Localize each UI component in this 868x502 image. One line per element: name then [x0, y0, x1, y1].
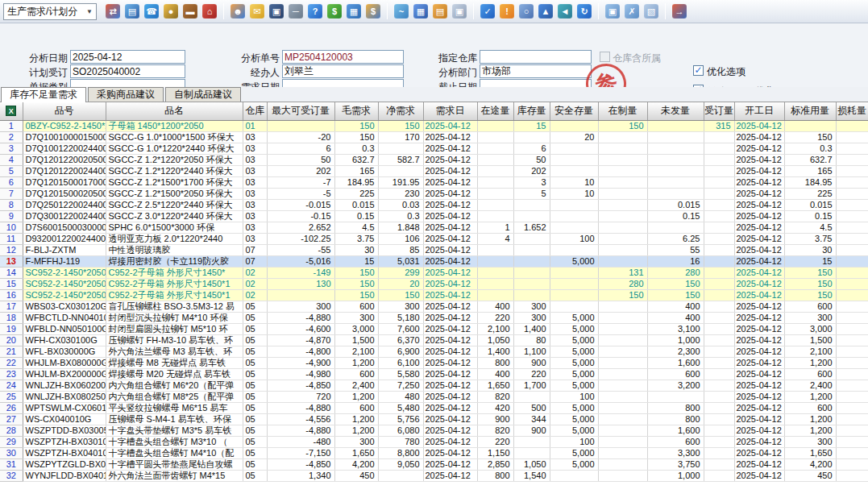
table-row[interactable]: 4D7Q1201220020500GSGCC-Z 1.2*1220*2050 环… [0, 154, 868, 165]
col-header-std-usage[interactable]: 标准用量 [784, 102, 836, 120]
monitor-select-icon[interactable]: ◄ [558, 4, 572, 19]
grid-corner-cell[interactable]: X [0, 102, 23, 120]
table-row[interactable]: 12F-BLJ-ZXTM中性透明玻璃胶07-5530852025-04-1255… [0, 244, 868, 255]
excel-export-icon[interactable]: X [6, 106, 16, 116]
table-row[interactable]: 23WHJLM-BX200000G焊接螺母 M20 无碰焊点 易车铁05-4,9… [0, 368, 868, 380]
ok-icon[interactable]: ✓ [480, 4, 495, 19]
col-header-pn[interactable]: 品号 [23, 102, 106, 120]
table-row[interactable]: 9D7Q3001220024400GSGCC-Z 3.0*1220*2440 环… [0, 210, 868, 222]
computer-icon[interactable]: ▤ [125, 4, 139, 19]
workflow-icon[interactable]: ⇄ [106, 4, 120, 19]
cart-icon[interactable]: ▦ [347, 4, 361, 19]
col-header-net-demand[interactable]: 净需求 [378, 102, 423, 120]
table-row[interactable]: 5D7Q1201220024400GSGCC-Z 1.2*1220*2440 环… [0, 165, 868, 176]
col-header-loss[interactable]: 损耗量 [836, 102, 868, 120]
drawer-icon[interactable]: ▤ [433, 4, 447, 19]
table-row[interactable]: 27WS-CX040010G压铆螺母 S-M4-1 易车铁、环保05-4,556… [0, 413, 868, 425]
col-header-demand-date[interactable]: 需求日 [423, 102, 477, 120]
cell-in-transit: 1,050 [477, 334, 513, 346]
table-row[interactable]: 14SC952-2-1450*2050-C952-2子母箱 外形尺寸1450*0… [0, 267, 868, 278]
alert-bell-icon[interactable]: ! [500, 4, 514, 19]
table-row[interactable]: 28WSZPTDD-BX030050G十字盘头带垫螺钉 M3*5 易车铁05-4… [0, 425, 868, 436]
table-row[interactable]: 31WSZPYTZGLD-BX04015(十字槽平圆头带垫燕尾钻自攻螺05-4,… [0, 458, 868, 470]
cell-stock: 1,700 [513, 380, 550, 391]
table-row[interactable]: 17WBS03-CX030120G盲孔压铆螺柱 BSO-3.5M3-12 易05… [0, 301, 868, 312]
col-header-name[interactable]: 品名 [106, 102, 243, 120]
cell-name: 平头竖纹拉铆螺母 M6*15 易车 [106, 402, 243, 413]
analysis-dept-field[interactable] [480, 64, 592, 78]
archive-icon[interactable]: ▣ [269, 4, 284, 19]
operator-field[interactable] [282, 64, 404, 78]
col-header-unshipped[interactable]: 未发量 [647, 102, 704, 120]
home-icon[interactable]: ⌂ [202, 4, 217, 19]
mail-icon[interactable]: ✉ [250, 4, 264, 19]
table-row[interactable]: 13F-MFFHJ-119焊接用密封胶（卡立119防火胶07-5,016155,… [0, 255, 868, 267]
table-row[interactable]: 10BZY-C952-2-1450*2(子母箱 1450*1200*205001… [0, 120, 868, 131]
table-row[interactable]: 22WHJLM-BX080000G焊接螺母 M8 无碰焊点 易车铁05-4,90… [0, 357, 868, 368]
warehouse-field[interactable] [480, 50, 592, 64]
table-row[interactable]: 30WSZPTZH-BX040100G十字槽盘头组合螺钉 M4*10（配05-7… [0, 447, 868, 458]
table-row[interactable]: 10D7S6001500030000GSPHC 6.0*1500*3000 环保… [0, 222, 868, 233]
cell-safety-stock [550, 267, 598, 278]
monitor-chart-icon[interactable]: ~ [394, 4, 409, 19]
table-row[interactable]: 18WFBCTLD-NN040100G封闭型沉头拉铆钉 M4*10 环保05-4… [0, 312, 868, 323]
key-icon[interactable]: ─ [289, 4, 303, 19]
table-row[interactable]: 8D7Q2501220024400GSGCC-Z 2.5*1220*2440 环… [0, 199, 868, 210]
table-row[interactable]: 26WPTSWLM-CX060150G平头竖纹拉铆螺母 M6*15 易车05-4… [0, 402, 868, 413]
col-header-max-order[interactable]: 最大可受订量 [267, 102, 334, 120]
tab-purchase-suggestion[interactable]: 采购商品建议 [88, 87, 164, 102]
col-header-in-transit[interactable]: 在途量 [477, 102, 513, 120]
copy-pages-icon[interactable]: ▣ [452, 4, 467, 19]
col-header-stock[interactable]: 库存量 [513, 102, 550, 120]
exit-icon[interactable]: → [672, 4, 687, 19]
cell-std-usage: 150 [784, 267, 836, 278]
table-row[interactable]: 16SC952-2-1450*2050-C952-2子母箱 外形尺寸1450*1… [0, 289, 868, 301]
cascade-windows-icon[interactable]: ▧ [644, 4, 658, 19]
table-row[interactable]: 29WSZPTZH-BX030100G十字槽盘头组合螺钉 M3*10 （05-4… [0, 436, 868, 447]
cell-pn: D7Q1201500017000G [23, 176, 106, 188]
table-row[interactable]: 19WFBLD-NN050100G封闭型扁圆头拉铆钉 M5*10 环05-4,6… [0, 323, 868, 334]
col-header-safety-stock[interactable]: 安全存量 [550, 102, 598, 120]
table-row[interactable]: 6D7Q1201500017000GSGCC-Z 1.2*1500*1700 环… [0, 176, 868, 188]
table-row[interactable]: 24WNLJZH-BX060200G内六角组合螺钉 M6*20（配平弹05-4,… [0, 380, 868, 391]
col-header-ordered[interactable]: 受订量 [704, 102, 734, 120]
table-row[interactable]: 2D7Q1001000015000GSGCC-G 1.0*1000*1500 环… [0, 131, 868, 143]
table-row[interactable]: 15SC952-2-1450*2050-C952-2子母箱 外形尺寸1450*1… [0, 278, 868, 289]
refresh-icon[interactable]: ↻ [577, 4, 592, 19]
briefcase-icon[interactable]: ▬ [183, 4, 197, 19]
analysis-no-field[interactable] [282, 50, 404, 64]
money-icon[interactable]: $ [327, 4, 342, 19]
cell-max-order: -5,016 [267, 255, 334, 267]
col-header-wh[interactable]: 仓库 [243, 102, 267, 120]
calculator-icon[interactable]: ▦ [413, 4, 428, 19]
table-row[interactable]: 20WFH-CX030100G压铆螺钉 FH-M3-10 易车铁、环05-4,8… [0, 334, 868, 346]
sitemap-icon[interactable]: ▲ [538, 4, 553, 19]
table-row[interactable]: 25WNLJZH-BX080250G内六角组合螺钉 M8*25（配平弹05720… [0, 391, 868, 402]
salary-icon[interactable]: $ [366, 4, 380, 19]
restore-window-icon[interactable]: ▣ [605, 4, 620, 19]
tab-self-made-suggestion[interactable]: 自制成品建议 [165, 87, 241, 102]
table-row[interactable]: 7D7Q1201500020500GSGCC-Z 1.2*1500*2050 环… [0, 188, 868, 199]
search-doc-icon[interactable]: ○ [519, 4, 534, 19]
plan-order-field[interactable] [70, 64, 185, 78]
col-header-wip[interactable]: 在制量 [598, 102, 647, 120]
cell-pn: WNLJZH-BX080250G [23, 391, 106, 402]
cell-start-date: 2025-04-12 [734, 301, 784, 312]
table-row[interactable]: 3D7Q1001220024400GSGCC-G 1.0*1220*2440 环… [0, 143, 868, 154]
lock-key-icon[interactable]: ● [164, 4, 178, 19]
view-selector-dropdown[interactable]: 生产需求/计划分 ▼ [3, 3, 97, 20]
cell-ordered [704, 402, 734, 413]
table-row[interactable]: 21WFL-BX030000G外六角法兰螺母 M3 易车铁、环05-4,8002… [0, 346, 868, 357]
table-row[interactable]: 11D932001220024400G透明亚克力板 2.0*1220*24400… [0, 233, 868, 244]
optimize-checkbox[interactable]: ✓ [693, 65, 704, 76]
warehouse-incl-checkbox[interactable]: ✓ [600, 52, 610, 62]
phone-icon[interactable]: ☎ [144, 4, 159, 19]
col-header-gross-demand[interactable]: 毛需求 [334, 102, 378, 120]
analysis-date-field[interactable] [70, 50, 185, 64]
close-window-icon[interactable]: ✗ [625, 4, 639, 19]
col-header-start-date[interactable]: 开工日 [734, 102, 784, 120]
help-icon[interactable]: ? [308, 4, 322, 19]
tab-stock-shortage[interactable]: 库存不足量需求 [1, 87, 86, 102]
users-icon[interactable]: ☻ [230, 4, 245, 19]
table-row[interactable]: 32WYNJFLDD-BX040150G外六角法兰面带齿螺钉 M4*15051,… [0, 470, 868, 481]
